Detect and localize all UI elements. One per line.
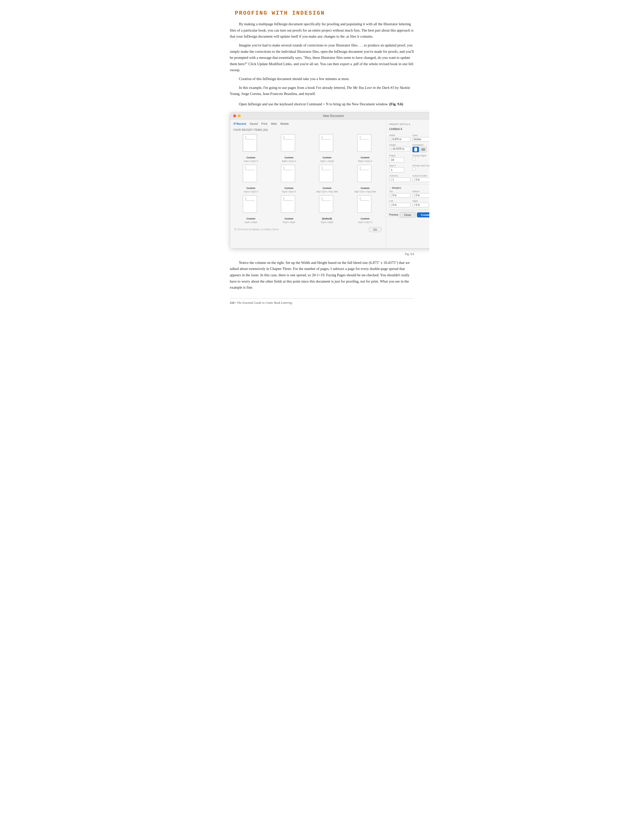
doc-size-11: 51p0 x 66p0 <box>321 221 334 223</box>
svg-rect-9 <box>243 165 257 182</box>
tab-print[interactable]: Print <box>261 122 267 125</box>
doc-label-11: [Default] <box>322 217 332 220</box>
doc-thumbnail-4 <box>357 134 374 155</box>
pages-input[interactable]: 19 <box>389 157 404 162</box>
doc-thumbnail-5 <box>242 164 260 186</box>
doc-item-6[interactable]: Custom 41p3 x 62p7.5 <box>271 164 307 193</box>
orientation-buttons[interactable] <box>412 147 429 152</box>
search-bar[interactable]: ⚲ Find more templates on Adobe Stock Go <box>233 227 383 232</box>
window-controls[interactable] <box>233 114 241 117</box>
footer-page-number: 218 <box>230 301 234 304</box>
bottom-input[interactable]: ▲ ▼ 0 in <box>412 193 429 198</box>
gutter-input[interactable]: ▲ ▼ 0 in <box>412 178 429 182</box>
doc-item-7[interactable]: Custom 49p7.224 x 70p1.896 <box>309 164 345 193</box>
close-button[interactable]: Close <box>400 212 415 218</box>
margins-header[interactable]: ⌄ Margins <box>389 186 429 189</box>
top-input[interactable]: ▲ ▼ 0 in <box>389 193 410 198</box>
body-paragraph-1: By making a multipage InDesign document … <box>230 21 414 40</box>
height-label: Height <box>389 144 410 146</box>
close-window-button[interactable] <box>233 114 236 117</box>
height-stepper[interactable]: ▲ ▼ <box>390 148 392 151</box>
right-down-arrow[interactable]: ▼ <box>413 205 415 207</box>
tab-saved[interactable]: Saved <box>249 122 258 125</box>
tab-recent[interactable]: ↺ Recent <box>233 122 246 126</box>
columns-input[interactable]: ▲ ▼ 1 <box>389 178 410 182</box>
left-stepper[interactable]: ▲ ▼ <box>390 203 392 207</box>
left-label: Left <box>389 200 410 202</box>
top-down-arrow[interactable]: ▼ <box>390 195 392 197</box>
height-down-arrow[interactable]: ▼ <box>390 149 392 151</box>
svg-rect-11 <box>281 165 295 182</box>
minimize-window-button[interactable] <box>238 114 241 117</box>
doc-label-2: Custom <box>284 156 293 159</box>
units-select[interactable]: Inches ⌄ <box>412 137 429 141</box>
dialog-left-panel: ↺ Recent Saved Print Web Mobile YOUR REC… <box>230 120 386 248</box>
facing-pages-field-group: Facing Pages <box>412 154 429 162</box>
start-field-group: Start # 1 <box>389 164 410 172</box>
doc-thumbnail-7 <box>318 164 336 186</box>
height-value: 10.4375 in <box>392 148 409 150</box>
doc-label-10: Custom <box>284 217 293 220</box>
doc-item-12[interactable]: Custom 41p3 x 62p7.5 <box>347 195 383 223</box>
orientation-field-group: Orientation <box>412 144 429 152</box>
doc-item-8[interactable]: Custom 49p7.224 x 70p1.896 <box>347 164 383 193</box>
primary-text-checkbox-row[interactable] <box>412 168 429 171</box>
primary-text-checkbox[interactable] <box>412 168 415 171</box>
bottom-stepper[interactable]: ▲ ▼ <box>413 194 415 197</box>
doc-label-6: Custom <box>284 187 293 189</box>
tab-web[interactable]: Web <box>271 122 277 125</box>
recent-docs-row-1: Custom 41p3 x 62p7.5 Custom 39p9 x 61p1.… <box>233 134 383 162</box>
preview-checkbox[interactable] <box>386 214 388 217</box>
doc-size-4: 39p9 x 61p1.5 <box>358 160 372 162</box>
doc-item-4[interactable]: Custom 39p9 x 61p1.5 <box>347 134 383 162</box>
right-input[interactable]: ▲ ▼ 0 in <box>412 203 429 208</box>
doc-item-11[interactable]: [Default] 51p0 x 66p0 <box>309 195 345 223</box>
left-down-arrow[interactable]: ▼ <box>390 205 392 207</box>
create-button[interactable]: Create <box>417 212 429 217</box>
gutter-stepper[interactable]: ▲ ▼ <box>413 178 415 181</box>
doc-label-5: Custom <box>246 187 255 189</box>
doc-label-1: Custom <box>246 156 255 159</box>
right-stepper[interactable]: ▲ ▼ <box>413 203 415 207</box>
tab-mobile[interactable]: Mobile <box>280 122 289 125</box>
width-down-arrow[interactable]: ▼ <box>390 139 392 141</box>
search-hint: Find more templates on Adobe Stock <box>237 228 278 231</box>
search-area[interactable]: ⚲ Find more templates on Adobe Stock <box>234 228 366 231</box>
new-document-dialog: New Document ↺ Recent Saved Print Web Mo… <box>230 112 429 249</box>
columns-label: Columns <box>389 175 410 177</box>
doc-thumbnail-3 <box>318 134 336 155</box>
svg-rect-26 <box>421 148 425 151</box>
height-input[interactable]: ▲ ▼ 10.4375 in <box>389 147 410 151</box>
portrait-button[interactable] <box>412 147 419 152</box>
columns-field-group: Columns ▲ ▼ 1 <box>389 175 410 182</box>
doc-item-9[interactable]: Custom 51p0 x 66p0 <box>233 195 269 223</box>
gutter-down-arrow[interactable]: ▼ <box>413 180 415 181</box>
columns-down-arrow[interactable]: ▼ <box>390 180 392 181</box>
width-input[interactable]: ▲ ▼ 6.875 in <box>389 137 410 141</box>
doc-item-5[interactable]: Custom 41p3 x 62p7.5 <box>233 164 269 193</box>
facing-pages-checkbox-row[interactable] <box>412 157 429 160</box>
top-label: Top <box>389 190 410 193</box>
doc-size-9: 51p0 x 66p0 <box>245 221 257 223</box>
doc-item-2[interactable]: Custom 39p9 x 61p1.5 <box>271 134 307 162</box>
start-input[interactable]: 1 <box>389 168 404 172</box>
margins-toggle-icon[interactable]: ⌄ <box>389 187 391 189</box>
top-stepper[interactable]: ▲ ▼ <box>390 194 392 197</box>
doc-item-3[interactable]: Custom 24p0 x 192p0 <box>309 134 345 162</box>
go-button[interactable]: Go <box>369 227 382 232</box>
preview-row[interactable]: Preview <box>386 214 398 217</box>
width-stepper[interactable]: ▲ ▼ <box>390 138 392 141</box>
facing-pages-checkbox[interactable] <box>412 157 415 160</box>
svg-rect-23 <box>357 195 371 213</box>
body-paragraph-2: Imagine you've had to make several round… <box>230 42 414 73</box>
primary-text-label: Primary Text Frame <box>412 164 429 167</box>
bottom-down-arrow[interactable]: ▼ <box>413 195 415 197</box>
columns-stepper[interactable]: ▲ ▼ <box>390 178 392 181</box>
doc-item-10[interactable]: Custom 51p0 x 66p0 <box>271 195 307 223</box>
doc-thumbnail-12 <box>357 195 374 216</box>
doc-item-1[interactable]: Custom 41p3 x 62p7.5 <box>233 134 269 162</box>
dialog-tabs[interactable]: ↺ Recent Saved Print Web Mobile <box>233 122 383 126</box>
left-input[interactable]: ▲ ▼ 0 in <box>389 203 410 208</box>
recent-items-label: YOUR RECENT ITEMS (20) <box>233 129 383 131</box>
landscape-button[interactable] <box>420 147 427 152</box>
